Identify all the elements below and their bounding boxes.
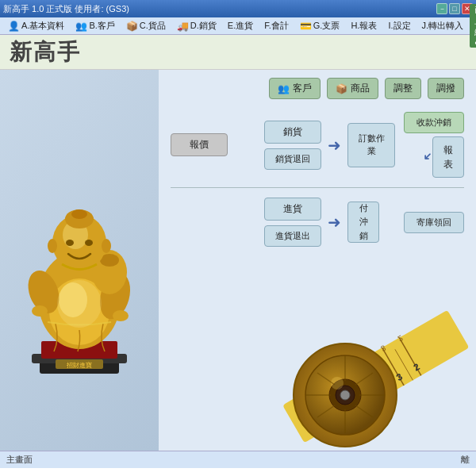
box-icon: 📦 (126, 21, 138, 32)
menu-item-customer[interactable]: 👥 B.客戶 (71, 18, 119, 33)
sale-box[interactable]: 銷貨 (264, 121, 321, 144)
receive-offset-box[interactable]: 收款沖銷 (404, 112, 464, 133)
svg-point-13 (85, 240, 93, 246)
quote-box[interactable]: 報價 (171, 133, 228, 156)
menu-item-basic[interactable]: 👤 A.基本資料 (3, 18, 69, 33)
tape-measure-overlay: 8 7 6 5 4 3 2 (270, 292, 476, 451)
app-logo: 新高手 (10, 37, 81, 67)
window-title: 新高手 1.0 正式版 使用者: (GS3) (3, 3, 129, 15)
statusbar-label: 主畫面 (6, 454, 33, 466)
menubar: 👤 A.基本資料 👥 B.客戶 📦 C.貨品 🚚 D.銷貨 E.進貨 F.會計 … (0, 17, 476, 35)
order-box[interactable]: 訂數作業 (347, 123, 395, 167)
svg-point-12 (66, 240, 74, 246)
main-content: 招財進寶 👥 客戶 📦 商品 調整 調撥 報價 (0, 70, 476, 451)
tape-measure-svg: 8 7 6 5 4 3 2 (270, 292, 476, 451)
menu-item-accounting[interactable]: F.會計 (259, 18, 294, 33)
svg-point-55 (340, 390, 350, 400)
svg-point-20 (57, 280, 102, 328)
menu-item-report[interactable]: H.報表 (346, 18, 382, 33)
separator (171, 187, 464, 188)
top-buttons-row: 👥 客戶 📦 商品 調整 調撥 (171, 78, 464, 99)
adjust-button[interactable]: 調整 (385, 78, 421, 99)
workflow-layout: 報價 銷貨 銷貨退回 ➜ 訂數作業 收款沖銷 ➜ 報表 (171, 112, 464, 247)
arrow-right-1: ➜ (328, 136, 341, 155)
menu-item-check[interactable]: 💳 G.支票 (295, 18, 345, 33)
svg-point-14 (48, 239, 57, 253)
adjust2-button[interactable]: 調撥 (428, 78, 464, 99)
svg-point-17 (71, 209, 87, 219)
sale-return-box[interactable]: 銷貨退回 (264, 148, 321, 170)
purchase-box[interactable]: 進貨 (264, 198, 321, 221)
person-icon: 👤 (8, 21, 20, 32)
menu-item-sales[interactable]: 🚚 D.銷貨 (172, 18, 221, 33)
menu-item-goods[interactable]: 📦 C.貨品 (121, 18, 171, 33)
goods-icon: 📦 (336, 83, 347, 94)
sales-row: 報價 銷貨 銷貨退回 ➜ 訂數作業 收款沖銷 ➜ 報表 (171, 112, 464, 178)
statusbar: 主畫面 離 (0, 451, 476, 468)
customer-icon: 👥 (278, 83, 290, 94)
purchase-return-box[interactable]: 進貨退出 (264, 225, 321, 247)
workflow-area: 👥 客戶 📦 商品 調整 調撥 報價 銷貨 銷貨退回 (159, 70, 476, 451)
report-box[interactable]: 報表 (432, 136, 464, 178)
people-icon: 👥 (75, 21, 87, 32)
customer-button[interactable]: 👥 客戶 (269, 78, 321, 99)
arrow-right-2: ➜ (328, 213, 341, 232)
svg-point-19 (113, 310, 129, 321)
svg-point-18 (32, 305, 48, 317)
svg-text:招財進寶: 招財進寶 (66, 362, 92, 369)
statusbar-right: 離 (461, 454, 470, 466)
minimize-button[interactable]: － (436, 3, 447, 14)
goods-button[interactable]: 📦 商品 (327, 78, 378, 99)
warehouse-return-box[interactable]: 寄庫領回 (404, 212, 464, 233)
buddha-image-area: 招財進寶 (0, 70, 159, 451)
menu-item-purchase[interactable]: E.進貨 (223, 18, 258, 33)
window-controls: － □ ✕ (436, 3, 473, 14)
logo-area: 新高手 (0, 35, 476, 70)
window-titlebar: 新高手 1.0 正式版 使用者: (GS3) － □ ✕ (0, 0, 476, 17)
menu-item-transfer[interactable]: J.轉出轉入 (417, 18, 469, 33)
card-icon: 💳 (300, 21, 312, 32)
purchase-row: 進貨 進貨退出 ➜ 付沖銷 寄庫領回 (171, 198, 464, 247)
online-badge: 已上線● (470, 4, 476, 48)
truck-icon: 🚚 (177, 21, 189, 32)
menu-item-settings[interactable]: I.設定 (383, 18, 415, 33)
buddha-svg: 招財進寶 (16, 125, 143, 395)
svg-point-15 (102, 239, 111, 253)
pay-offset-box[interactable]: 付沖銷 (347, 202, 379, 243)
maximize-button[interactable]: □ (449, 3, 460, 14)
